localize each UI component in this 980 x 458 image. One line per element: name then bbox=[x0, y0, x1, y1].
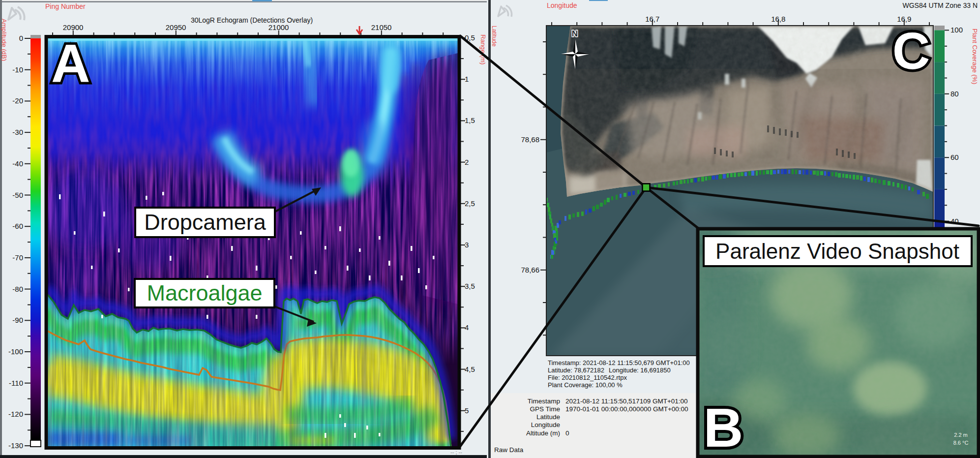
svg-text:Longitude: Longitude bbox=[547, 1, 577, 9]
svg-text:Timestamp: Timestamp bbox=[528, 397, 560, 405]
svg-text:8.6 °C: 8.6 °C bbox=[953, 440, 969, 446]
svg-text:Plant Coverage: 100,00 %: Plant Coverage: 100,00 % bbox=[548, 381, 623, 389]
svg-text:-- ; --: -- ; -- bbox=[450, 449, 462, 455]
svg-text:GPS Time: GPS Time bbox=[530, 405, 560, 413]
svg-text:78,68: 78,68 bbox=[521, 135, 539, 144]
svg-text:21000: 21000 bbox=[268, 23, 289, 31]
svg-text:3: 3 bbox=[465, 241, 469, 249]
svg-text:-30: -30 bbox=[12, 128, 23, 136]
svg-text:-100: -100 bbox=[8, 347, 23, 356]
svg-text:-50: -50 bbox=[12, 191, 23, 199]
svg-text:2: 2 bbox=[465, 158, 469, 166]
svg-text:0: 0 bbox=[565, 429, 569, 437]
svg-text:80: 80 bbox=[950, 90, 959, 98]
svg-text:-130: -130 bbox=[8, 441, 23, 450]
svg-text:Raw Data: Raw Data bbox=[494, 446, 524, 454]
svg-text:30LogR Echogram (Detections Ov: 30LogR Echogram (Detections Overlay) bbox=[191, 16, 313, 24]
svg-text:5: 5 bbox=[465, 406, 469, 415]
svg-text:Latitude: Latitude bbox=[536, 413, 560, 421]
svg-text:Timestamp: 2021-08-12 11:15:50: Timestamp: 2021-08-12 11:15:50,679 GMT+0… bbox=[548, 359, 690, 366]
svg-text:20950: 20950 bbox=[166, 23, 186, 31]
svg-text:B: B bbox=[704, 397, 743, 458]
svg-text:Latitude: 78,672182: Latitude: 78,672182 bbox=[548, 366, 604, 374]
svg-text:WGS84 UTM Zone 33 N: WGS84 UTM Zone 33 N bbox=[903, 1, 978, 9]
svg-text:78,66: 78,66 bbox=[521, 266, 539, 274]
svg-text:Ping Number: Ping Number bbox=[45, 2, 86, 10]
svg-text:Plant Coverage (%): Plant Coverage (%) bbox=[971, 29, 979, 84]
svg-text:-90: -90 bbox=[12, 316, 23, 324]
svg-text:21050: 21050 bbox=[371, 23, 392, 31]
svg-text:C: C bbox=[892, 22, 930, 80]
svg-text:-110: -110 bbox=[9, 379, 23, 387]
svg-text:Macroalgae: Macroalgae bbox=[147, 280, 262, 305]
svg-text:Latitude: Latitude bbox=[491, 26, 498, 47]
svg-text:100: 100 bbox=[950, 26, 963, 34]
svg-text:Paralenz Video Snapshot: Paralenz Video Snapshot bbox=[715, 239, 959, 263]
svg-text:16,8: 16,8 bbox=[771, 15, 785, 23]
svg-text:Amplitude (dB): Amplitude (dB) bbox=[0, 19, 8, 61]
svg-text:A: A bbox=[51, 32, 90, 93]
svg-text:-60: -60 bbox=[12, 222, 23, 230]
svg-text:60: 60 bbox=[950, 153, 959, 161]
svg-text:4,5: 4,5 bbox=[465, 365, 475, 373]
svg-text:-120: -120 bbox=[8, 410, 23, 418]
svg-text:-80: -80 bbox=[12, 285, 23, 293]
svg-text:1: 1 bbox=[465, 75, 469, 83]
svg-text:2021-08-12 11:15:50,517109 GMT: 2021-08-12 11:15:50,517109 GMT+01:00 bbox=[565, 397, 688, 405]
svg-text:Altitude (m): Altitude (m) bbox=[526, 429, 560, 437]
svg-text:16,7: 16,7 bbox=[645, 15, 659, 23]
svg-text:Range (m): Range (m) bbox=[479, 34, 487, 64]
svg-text:-20: -20 bbox=[12, 96, 23, 105]
svg-text:1970-01-01 00:00:00,000000 GMT: 1970-01-01 00:00:00,000000 GMT+00:00 bbox=[565, 405, 688, 413]
svg-text:-70: -70 bbox=[12, 253, 23, 262]
svg-text:3,5: 3,5 bbox=[465, 282, 475, 290]
svg-text:2,5: 2,5 bbox=[465, 199, 475, 208]
svg-text:4: 4 bbox=[465, 323, 469, 332]
svg-text:20900: 20900 bbox=[63, 23, 84, 31]
svg-text:-10: -10 bbox=[12, 65, 23, 74]
svg-text:Longitude: Longitude bbox=[531, 421, 560, 428]
svg-text:Dropcamera: Dropcamera bbox=[144, 210, 267, 235]
svg-text:Longitude: 16,691850: Longitude: 16,691850 bbox=[609, 366, 671, 374]
svg-text:File: 20210812_110542.rtpx: File: 20210812_110542.rtpx bbox=[548, 374, 627, 381]
svg-text:1,5: 1,5 bbox=[465, 116, 475, 124]
svg-text:2.2 m: 2.2 m bbox=[954, 432, 968, 438]
svg-text:0: 0 bbox=[19, 34, 23, 42]
svg-text:N: N bbox=[572, 29, 578, 38]
svg-text:-40: -40 bbox=[12, 159, 23, 168]
